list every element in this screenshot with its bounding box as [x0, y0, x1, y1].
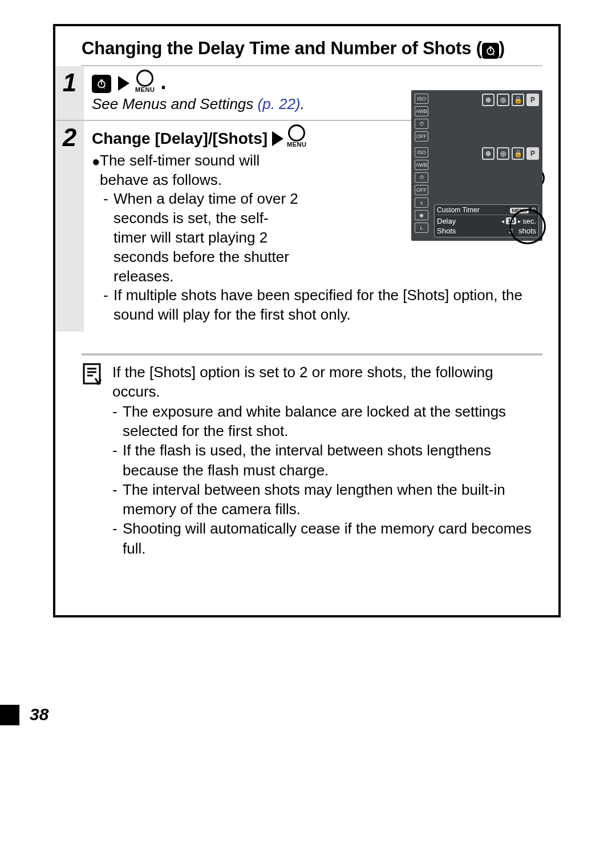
dash-icon: -: [112, 480, 123, 519]
note-section: If the [Shots] option is set to 2 or mor…: [55, 349, 558, 566]
mode-p-icon: P: [526, 147, 539, 160]
top-icon-2: ◎: [497, 94, 509, 106]
see-suffix: .: [301, 95, 305, 112]
arrow-right-icon: [272, 131, 283, 146]
note-item-4: Shooting will automatically cease if the…: [123, 519, 542, 558]
period: .: [160, 70, 166, 94]
metering-icon: ◉: [415, 210, 428, 220]
top-icon-1: ⊕: [482, 94, 495, 106]
page-ref-link[interactable]: (p. 22): [258, 95, 301, 112]
menu-button-icon: MENU: [135, 70, 155, 93]
awb-icon: AWB: [415, 106, 428, 116]
note-body: If the [Shots] option is set to 2 or mor…: [112, 362, 542, 558]
step1-action-row: c MENU .: [92, 70, 542, 93]
step-number: 1: [55, 68, 84, 97]
image-size-icon: L: [415, 223, 428, 233]
iso-icon: ISO: [415, 147, 428, 158]
dash-2: If multiple shots have been specified fo…: [114, 286, 542, 325]
step-number: 2: [55, 123, 84, 152]
note-item-3: The interval between shots may lengthen …: [123, 480, 542, 519]
custom-timer-icon: c: [92, 75, 111, 93]
iso-icon: ISO: [415, 94, 428, 104]
custom-timer-icon: c: [482, 43, 499, 59]
manual-page: Changing the Delay Time and Number of Sh…: [0, 0, 616, 868]
dash-icon: -: [112, 402, 123, 441]
dash-1: When a delay time of over 2 seconds is s…: [114, 189, 298, 286]
top-icon-1: ⊕: [482, 147, 495, 160]
flash-off-icon: OFF: [415, 185, 428, 195]
awb-icon: AWB: [415, 160, 428, 170]
dash-icon: -: [103, 189, 114, 286]
step-number-col: 2: [55, 121, 84, 332]
exposure-comp-icon: ±: [415, 197, 428, 208]
step1-body: c MENU . See Menus and Settings (p. 22).: [84, 66, 542, 120]
lcd-top-icons: ⊕ ◎ 🔒 P: [482, 147, 539, 160]
menu-button-icon: MENU: [287, 124, 306, 148]
bullet-intro: The self-timer sound will behave as foll…: [100, 151, 297, 190]
note-icon: [82, 362, 104, 558]
delay-label: Delay: [437, 217, 456, 225]
top-icon-3: 🔒: [512, 94, 524, 106]
step2-title-text: Change [Delay]/[Shots]: [92, 130, 268, 148]
page-number: 38: [30, 705, 48, 724]
page-edge-tab: [0, 705, 19, 725]
shots-label: Shots: [437, 227, 456, 235]
heading-text-2: ): [499, 38, 505, 58]
lcd-left-icons: ISO AWB ⏱ OFF ± ◉ L: [415, 147, 428, 233]
timer-icon: ⏱: [415, 172, 428, 183]
menu-label: MENU: [135, 87, 155, 93]
callout-oval: [509, 209, 546, 244]
dash-icon: -: [112, 519, 123, 558]
see-prefix: See Menus and Settings: [92, 95, 258, 112]
svg-text:c: c: [103, 85, 106, 89]
step2-body: Change [Delay]/[Shots] MENU ● The self-t…: [84, 121, 542, 332]
panel-title: Custom Timer: [437, 206, 480, 214]
section-heading: Changing the Delay Time and Number of Sh…: [82, 38, 542, 59]
step-1: 1 c MENU: [55, 66, 542, 121]
arrow-right-icon: [118, 76, 129, 91]
step-2: 2 Change [Delay]/[Shots] MENU ●: [55, 121, 542, 332]
dash-icon: -: [103, 286, 114, 325]
lcd-top-icons: ⊕ ◎ 🔒 P: [482, 94, 539, 106]
step-number-col: 1: [55, 66, 84, 120]
note-rule: [82, 353, 542, 356]
top-icon-2: ◎: [497, 147, 509, 160]
dash-icon: -: [112, 441, 123, 480]
camera-lcd-custom-timer: ISO AWB ⏱ OFF ± ◉ L ⊕ ◎ 🔒 P: [411, 144, 542, 241]
content-frame: Changing the Delay Time and Number of Sh…: [53, 24, 561, 617]
note-item-2: If the flash is used, the interval betwe…: [123, 441, 542, 480]
note-intro: If the [Shots] option is set to 2 or mor…: [112, 362, 542, 402]
top-icon-3: 🔒: [512, 147, 524, 160]
bullet-icon: ●: [92, 151, 100, 190]
menu-label: MENU: [287, 142, 306, 148]
svg-text:c: c: [492, 52, 495, 56]
heading-text-1: Changing the Delay Time and Number of Sh…: [82, 38, 482, 58]
note-item-1: The exposure and white balance are locke…: [123, 402, 542, 441]
mode-p-icon: P: [526, 94, 539, 106]
